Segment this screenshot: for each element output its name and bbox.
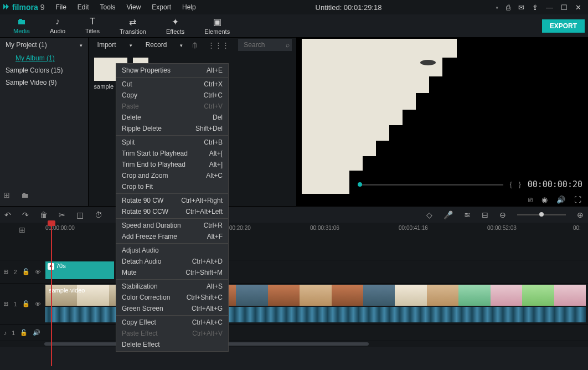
menu-tools[interactable]: Tools <box>95 1 121 13</box>
track-audio-1: ♪1🔓🔊 <box>0 325 588 341</box>
zoom-out-button[interactable]: ⊖ <box>499 210 506 219</box>
search-icon[interactable]: ⌕ <box>286 41 290 49</box>
folder-icon[interactable]: 🖿 <box>21 191 29 199</box>
timeline-scrollbar[interactable] <box>0 341 588 347</box>
ctx-rotate-ccw[interactable]: Rotate 90 CCWCtrl+Alt+Left <box>116 206 228 217</box>
context-menu: Show PropertiesAlt+E CutCtrl+X CopyCtrl+… <box>116 63 229 352</box>
ctx-copy[interactable]: CopyCtrl+C <box>116 90 228 101</box>
crop-button[interactable]: ◫ <box>76 210 84 219</box>
ctx-trim-start[interactable]: Trim Start to PlayheadAlt+[ <box>116 148 228 159</box>
title-bar: filmora9 File Edit Tools View Export Hel… <box>0 0 588 14</box>
ctx-ripple-delete[interactable]: Ripple DeleteShift+Del <box>116 123 228 134</box>
quality-icon[interactable]: ⎚ <box>528 196 533 204</box>
snapshot-icon[interactable]: ◉ <box>541 196 548 204</box>
chevron-down-icon <box>130 41 132 49</box>
ctx-speed-duration[interactable]: Speed and DurationCtrl+R <box>116 220 228 231</box>
speed-button[interactable]: ⏱ <box>95 210 102 219</box>
tab-media[interactable]: 🖿Media <box>3 14 40 37</box>
ctx-show-properties[interactable]: Show PropertiesAlt+E <box>116 65 228 76</box>
mail-icon[interactable]: ✉ <box>518 3 524 12</box>
library-sample-colors[interactable]: Sample Colors (15) <box>0 64 88 76</box>
ctx-copy-effect[interactable]: Copy EffectCtrl+Alt+C <box>116 317 228 328</box>
library-sample-video[interactable]: Sample Video (9) <box>0 76 88 89</box>
timeline-playhead[interactable] <box>51 222 52 366</box>
save-icon[interactable]: ⎙ <box>506 3 510 12</box>
fullscreen-icon[interactable]: ⛶ <box>574 196 581 204</box>
ctx-freeze-frame[interactable]: Add Freeze FrameAlt+F <box>116 231 228 242</box>
track-head[interactable]: ♪1🔓🔊 <box>0 325 44 341</box>
ctx-crop-zoom[interactable]: Crop and ZoomAlt+C <box>116 170 228 181</box>
document-title: Untitled: 00:01:29:18 <box>202 3 496 12</box>
tab-effects[interactable]: ✦Effects <box>156 14 194 37</box>
eye-icon[interactable]: 👁 <box>35 269 41 275</box>
ctx-delete[interactable]: DeleteDel <box>116 112 228 123</box>
marker-out-icon[interactable]: } <box>519 181 521 188</box>
lock-icon[interactable]: 🔓 <box>22 300 30 307</box>
library-project[interactable]: My Project (1) <box>0 38 88 52</box>
menu-file[interactable]: File <box>50 1 71 13</box>
ctx-cut[interactable]: CutCtrl+X <box>116 79 228 90</box>
menu-export[interactable]: Export <box>146 1 177 13</box>
track-head[interactable]: ⊞1🔓👁 <box>0 284 44 324</box>
record-dropdown[interactable]: Record <box>141 39 188 50</box>
mic-icon[interactable]: ⇪ <box>532 3 538 12</box>
undo-button[interactable]: ↶ <box>4 210 11 219</box>
add-folder-icon[interactable]: ⊞ <box>3 191 10 199</box>
tab-transition[interactable]: ⇄Transition <box>110 14 156 37</box>
ctx-color-correction[interactable]: Color CorrectionCtrl+Shift+C <box>116 292 228 303</box>
user-icon[interactable]: ◦ <box>496 3 498 12</box>
preview-slider[interactable] <box>358 184 503 186</box>
grid-view-icon[interactable]: ⋮⋮⋮ <box>208 41 229 49</box>
tab-audio[interactable]: ♪Audio <box>40 14 75 37</box>
clip-70s[interactable]: ✦70s <box>45 261 114 279</box>
ctx-detach-audio[interactable]: Detach AudioCtrl+Alt+D <box>116 256 228 267</box>
marker-in-icon[interactable]: { <box>510 181 512 188</box>
minimize-button[interactable]: — <box>546 3 553 12</box>
library-tools: ⊞ 🖿 <box>3 191 29 199</box>
ctx-mute[interactable]: MuteCtrl+Shift+M <box>116 267 228 278</box>
export-button[interactable]: EXPORT <box>542 19 585 33</box>
preview-viewport[interactable] <box>296 38 588 176</box>
mixer-icon[interactable]: ≋ <box>464 210 471 219</box>
marker-icon[interactable]: ◇ <box>426 210 432 219</box>
import-dropdown[interactable]: Import <box>93 39 137 50</box>
volume-icon[interactable]: 🔊 <box>556 196 565 204</box>
ctx-trim-end[interactable]: Trim End to PlayheadAlt+] <box>116 159 228 170</box>
redo-button[interactable]: ↷ <box>22 210 29 219</box>
render-icon[interactable]: ⊟ <box>482 210 488 219</box>
ctx-delete-effect[interactable]: Delete Effect <box>116 339 228 350</box>
delete-button[interactable]: 🗑 <box>40 210 48 219</box>
ctx-crop-fit[interactable]: Crop to Fit <box>116 181 228 192</box>
track-head[interactable]: ⊞2🔓👁 <box>0 260 44 283</box>
voiceover-icon[interactable]: 🎤 <box>443 210 453 219</box>
ruler-mark: 00:00:41:16 <box>399 225 428 231</box>
effects-icon: ✦ <box>172 17 179 27</box>
ctx-green-screen[interactable]: Green ScreenCtrl+Alt+G <box>116 303 228 314</box>
speaker-icon[interactable]: 🔊 <box>33 329 40 336</box>
track-manager-button[interactable]: ⊞ <box>0 223 44 237</box>
preview-time: 00:00:00:20 <box>528 179 582 189</box>
zoom-slider[interactable] <box>517 214 566 215</box>
ctx-rotate-cw[interactable]: Rotate 90 CWCtrl+Alt+Right <box>116 195 228 206</box>
maximize-button[interactable]: ☐ <box>561 3 568 12</box>
tab-titles[interactable]: TTitles <box>75 14 110 37</box>
zoom-in-button[interactable]: ⊕ <box>577 210 584 219</box>
eye-icon[interactable]: 👁 <box>35 301 41 307</box>
ctx-adjust-audio[interactable]: Adjust Audio <box>116 245 228 256</box>
lock-icon[interactable]: 🔓 <box>22 268 30 275</box>
library-album[interactable]: My Album (1) <box>0 52 88 64</box>
ctx-stabilization[interactable]: StabilizationAlt+S <box>116 281 228 292</box>
menu-view[interactable]: View <box>121 1 147 13</box>
lock-icon[interactable]: 🔓 <box>20 329 28 336</box>
menu-help[interactable]: Help <box>177 1 202 13</box>
media-panel-toolbar: Import Record ⫛ ⋮⋮⋮ ⌕ <box>89 38 297 52</box>
ctx-split[interactable]: SplitCtrl+B <box>116 137 228 148</box>
track-effects-2: ⊞2🔓👁 ✦70s <box>0 260 588 284</box>
filter-icon[interactable]: ⫛ <box>192 41 199 49</box>
close-button[interactable]: ✕ <box>575 3 581 12</box>
search-wrap: ⌕ <box>238 39 292 51</box>
tab-elements[interactable]: ▣Elements <box>194 14 240 37</box>
menu-edit[interactable]: Edit <box>72 1 95 13</box>
split-button[interactable]: ✂ <box>59 210 65 219</box>
search-input[interactable] <box>240 39 283 50</box>
